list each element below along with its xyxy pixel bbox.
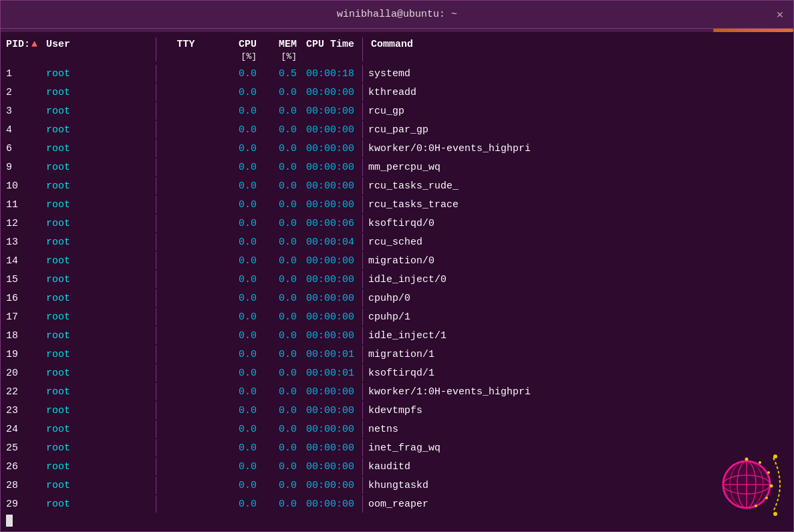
mem-value: 0.0 — [259, 255, 299, 267]
pid-value: 26 — [6, 461, 46, 473]
user-value: root — [46, 124, 153, 136]
row-divider-2 — [362, 327, 363, 344]
table-row: 6 root 0.0 0.0 00:00:00 kworker/0:0H-eve… — [1, 139, 793, 158]
table-row: 20 root 0.0 0.0 00:00:01 ksoftirqd/1 — [1, 364, 793, 382]
row-divider-1 — [156, 477, 156, 494]
table-row: 11 root 0.0 0.0 00:00:00 rcu_tasks_trace — [1, 195, 793, 214]
mem-value: 0.0 — [259, 424, 299, 435]
command-value: rcu_gp — [366, 106, 788, 117]
pid-value: 28 — [6, 480, 46, 491]
time-value: 00:00:00 — [299, 124, 360, 136]
command-value: kdevtmpfs — [366, 405, 788, 416]
table-row: 19 root 0.0 0.0 00:00:01 migration/1 — [1, 345, 793, 364]
time-value: 00:00:01 — [299, 349, 360, 360]
table-row: 12 root 0.0 0.0 00:00:06 ksoftirqd/0 — [1, 214, 793, 233]
command-value: ksoftirqd/1 — [366, 368, 788, 379]
user-value: root — [46, 442, 153, 454]
pid-value: 10 — [6, 180, 46, 192]
pid-value: 19 — [6, 349, 46, 360]
cpu-value: 0.0 — [213, 349, 259, 360]
row-divider-1 — [156, 308, 156, 325]
cpu-value: 0.0 — [213, 255, 259, 267]
row-divider-1 — [156, 102, 156, 120]
close-button[interactable]: ✕ — [776, 9, 784, 20]
table-row: 26 root 0.0 0.0 00:00:00 kauditd — [1, 457, 793, 476]
row-divider-1 — [156, 420, 156, 438]
cpu-value: 0.0 — [213, 106, 259, 117]
pid-value: 9 — [6, 162, 46, 173]
user-value: root — [46, 311, 153, 323]
user-value: root — [46, 330, 153, 342]
row-divider-1 — [156, 402, 156, 419]
command-header: Command — [366, 39, 788, 50]
user-value: root — [46, 274, 153, 285]
cpu-value: 0.0 — [213, 293, 259, 304]
pid-value: 12 — [6, 218, 46, 229]
cpu-value: 0.0 — [213, 368, 259, 379]
time-value: 00:00:00 — [299, 106, 360, 117]
time-value: 00:00:00 — [299, 293, 360, 304]
table-row: 23 root 0.0 0.0 00:00:00 kdevtmpfs — [1, 401, 793, 420]
cpu-value: 0.0 — [213, 162, 259, 173]
mem-value: 0.0 — [259, 293, 299, 304]
pid-value: 15 — [6, 274, 46, 285]
row-divider-1 — [156, 271, 156, 288]
mem-value: 0.0 — [259, 180, 299, 192]
row-divider-1 — [156, 495, 156, 513]
pid-header: PID:▲ — [6, 39, 46, 50]
user-value: root — [46, 68, 153, 80]
mem-value: 0.0 — [259, 162, 299, 173]
cpu-value: 0.0 — [213, 237, 259, 248]
user-value: root — [46, 218, 153, 229]
user-value: root — [46, 180, 153, 192]
mem-value: 0.0 — [259, 405, 299, 416]
header-top-row: PID:▲ User TTY CPU MEM — [1, 35, 793, 51]
col-divider-1 — [156, 37, 156, 51]
mem-value: 0.0 — [259, 349, 299, 360]
time-value: 00:00:00 — [299, 480, 360, 491]
mem-unit: [%] — [259, 51, 299, 61]
cpu-value: 0.0 — [213, 87, 259, 98]
time-value: 00:00:00 — [299, 143, 360, 154]
svg-point-12 — [755, 505, 757, 507]
mem-value: 0.0 — [259, 480, 299, 491]
table-row: 2 root 0.0 0.0 00:00:00 kthreadd — [1, 83, 793, 102]
command-value: rcu_tasks_trace — [366, 199, 788, 211]
pid-value: 23 — [6, 405, 46, 416]
cpu-value: 0.0 — [213, 124, 259, 136]
command-value: ksoftirqd/0 — [366, 218, 788, 229]
user-value: root — [46, 237, 153, 248]
mem-value: 0.0 — [259, 311, 299, 323]
cursor-line — [1, 515, 793, 527]
command-value: idle_inject/1 — [366, 330, 788, 342]
time-value: 00:00:00 — [299, 274, 360, 285]
command-value: migration/1 — [366, 349, 788, 360]
time-value: 00:00:06 — [299, 218, 360, 229]
command-value: systemd — [366, 68, 788, 80]
row-divider-1 — [156, 364, 156, 382]
col-divider-1b — [156, 51, 156, 61]
row-divider-2 — [362, 196, 363, 213]
time-value: 00:00:00 — [299, 162, 360, 173]
row-divider-1 — [156, 215, 156, 232]
cputime-header: CPU Time — [299, 39, 360, 50]
time-value: 00:00:00 — [299, 199, 360, 211]
command-value: kworker/1:0H-events_highpri — [366, 386, 788, 398]
time-value: 00:00:00 — [299, 180, 360, 192]
cpu-value: 0.0 — [213, 461, 259, 473]
table-row: 13 root 0.0 0.0 00:00:04 rcu_sched — [1, 233, 793, 251]
time-value: 00:00:00 — [299, 405, 360, 416]
pid-value: 20 — [6, 368, 46, 379]
cpu-value: 0.0 — [213, 386, 259, 398]
col-divider-2b — [362, 51, 363, 61]
user-value: root — [46, 368, 153, 379]
cpu-value: 0.0 — [213, 442, 259, 454]
user-value: root — [46, 405, 153, 416]
cpu-value: 0.0 — [213, 218, 259, 229]
mem-value: 0.0 — [259, 237, 299, 248]
svg-point-11 — [765, 497, 768, 499]
row-divider-1 — [156, 158, 156, 176]
table-row: 25 root 0.0 0.0 00:00:00 inet_frag_wq — [1, 438, 793, 457]
user-value: root — [46, 87, 153, 98]
mem-value: 0.0 — [259, 386, 299, 398]
